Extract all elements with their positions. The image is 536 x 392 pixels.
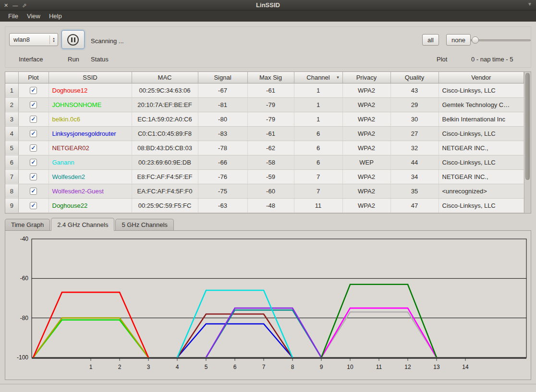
mac-cell: 00:25:9C:34:63:06 [132, 83, 198, 97]
plot-checkbox[interactable]: ✓ [30, 130, 37, 137]
scrollbar-thumb[interactable] [525, 73, 530, 180]
x-tick-label: 13 [433, 364, 440, 370]
column-header-privacy[interactable]: Privacy [342, 72, 390, 83]
row-number[interactable]: 1 [5, 83, 18, 97]
ssid-cell: Doghouse12 [49, 83, 132, 97]
x-tick-label: 6 [233, 364, 237, 370]
row-number[interactable]: 5 [5, 141, 18, 155]
vendor-cell: Cisco-Linksys, LLC [439, 83, 524, 97]
plot-cell: ✓ [18, 97, 49, 112]
vendor-cell: Belkin International Inc [439, 112, 524, 126]
table-row[interactable]: 3✓belkin.0c6EC:1A:59:02:A0:C6-80-791WPA2… [5, 112, 524, 126]
plot-checkbox[interactable]: ✓ [30, 116, 37, 123]
close-icon[interactable]: ✕ [4, 3, 8, 8]
vendor-cell: <unrecognized> [439, 184, 524, 198]
row-number[interactable]: 3 [5, 112, 18, 126]
privacy-cell: WEP [342, 155, 390, 169]
network-table: PlotSSIDMACSignalMax SigChannel▼PrivacyQ… [5, 71, 531, 214]
menu-item-view[interactable]: View [23, 11, 45, 21]
y-tick-label: -100 [17, 354, 28, 361]
table-row[interactable]: 4✓LinksysjonesgoldrouterC0:C1:C0:45:89:F… [5, 126, 524, 141]
row-number[interactable]: 9 [5, 198, 18, 213]
tab-5-ghz-channels[interactable]: 5 GHz Channels [115, 219, 173, 230]
table-row[interactable]: 6✓Ganann00:23:69:60:9E:DB-66-586WEP44Cis… [5, 155, 524, 169]
column-header-vendor[interactable]: Vendor [439, 72, 524, 83]
column-header-quality[interactable]: Quality [390, 72, 439, 83]
plot-all-button[interactable]: all [422, 34, 439, 46]
nap-time-slider[interactable] [470, 36, 531, 45]
run-pause-button[interactable] [61, 30, 85, 49]
table-row[interactable]: 9✓Doghouse2200:25:9C:59:F5:FC-63-4811WPA… [5, 198, 524, 213]
quality-cell: 43 [390, 83, 439, 97]
plot-checkbox[interactable]: ✓ [30, 87, 37, 94]
signal-cell: -81 [198, 97, 247, 112]
mac-cell: E8:FC:AF:F4:5F:EF [132, 169, 198, 184]
x-tick-label: 11 [376, 364, 382, 370]
menu-item-file[interactable]: File [4, 11, 23, 21]
interface-select[interactable]: wlan8 ▲▼ [9, 33, 58, 46]
tab-bar: Time Graph2.4 GHz Channels5 GHz Channels [5, 217, 531, 230]
column-header-ssid[interactable]: SSID [49, 72, 132, 83]
ssid-cell: Linksysjonesgoldrouter [49, 126, 132, 141]
x-tick-label: 5 [205, 364, 208, 370]
max-sig-cell: -79 [247, 112, 294, 126]
column-header-signal[interactable]: Signal [198, 72, 247, 83]
plot-checkbox[interactable]: ✓ [30, 188, 37, 195]
row-number[interactable]: 6 [5, 155, 18, 169]
x-tick-label: 12 [404, 364, 411, 370]
row-number[interactable]: 4 [5, 126, 18, 141]
column-header-max-sig[interactable]: Max Sig [247, 72, 294, 83]
quality-cell: 27 [390, 126, 439, 141]
row-number[interactable]: 2 [5, 97, 18, 112]
plot-cell: ✓ [18, 155, 49, 169]
column-header-plot[interactable]: Plot [18, 72, 49, 83]
column-header-channel[interactable]: Channel▼ [294, 72, 342, 83]
plot-checkbox[interactable]: ✓ [30, 202, 37, 209]
ssid-cell: Wolfesden2-Guest [49, 184, 132, 198]
x-tick-label: 14 [462, 364, 469, 370]
row-number[interactable]: 8 [5, 184, 18, 198]
plot-checkbox[interactable]: ✓ [30, 159, 37, 166]
vertical-scrollbar[interactable] [524, 72, 531, 213]
mac-cell: 20:10:7A:EF:BE:EF [132, 97, 198, 112]
row-number[interactable]: 7 [5, 169, 18, 184]
table-row[interactable]: 2✓JOHNSONHOME20:10:7A:EF:BE:EF-81-791WPA… [5, 97, 524, 112]
ssid-cell: Ganann [49, 155, 132, 169]
table-row[interactable]: 1✓Doghouse1200:25:9C:34:63:06-67-611WPA2… [5, 83, 524, 97]
signal-cell: -75 [198, 184, 247, 198]
titlebar[interactable]: ✕ — ⬀ LinSSID ▼ [0, 0, 536, 11]
ssid-cell: belkin.0c6 [49, 112, 132, 126]
max-sig-cell: -79 [247, 97, 294, 112]
plot-checkbox[interactable]: ✓ [30, 101, 37, 108]
mac-cell: 08:BD:43:D5:CB:03 [132, 141, 198, 155]
chevron-down-icon[interactable]: ▼ [527, 1, 532, 7]
x-tick-label: 10 [347, 364, 353, 370]
privacy-cell: WPA2 [342, 169, 390, 184]
quality-cell: 29 [390, 97, 439, 112]
x-tick-label: 3 [147, 364, 150, 370]
column-header-mac[interactable]: MAC [132, 72, 198, 83]
window-title: LinSSID [0, 1, 536, 9]
table-row[interactable]: 5✓NETGEAR0208:BD:43:D5:CB:03-78-626WPA23… [5, 141, 524, 155]
column-header-label: Plot [28, 74, 38, 81]
plot-checkbox[interactable]: ✓ [30, 173, 37, 180]
table-row[interactable]: 7✓Wolfesden2E8:FC:AF:F4:5F:EF-76-597WPA2… [5, 169, 524, 184]
menu-item-help[interactable]: Help [45, 11, 66, 21]
privacy-cell: WPA2 [342, 112, 390, 126]
column-header-label: Channel [306, 74, 329, 81]
channel-chart-panel: -40-60-80-1001234567891011121314 [5, 230, 531, 380]
minimize-icon[interactable]: — [12, 3, 18, 8]
spinner-arrows-icon[interactable]: ▲▼ [49, 36, 55, 44]
tab-time-graph[interactable]: Time Graph [5, 219, 50, 230]
x-tick-label: 8 [291, 364, 294, 370]
maximize-icon[interactable]: ⬀ [22, 3, 26, 8]
pause-icon [67, 34, 79, 46]
table-row[interactable]: 8✓Wolfesden2-GuestEA:FC:AF:F4:5F:F0-75-6… [5, 184, 524, 198]
slider-handle[interactable] [472, 36, 479, 44]
plot-checkbox[interactable]: ✓ [30, 144, 37, 152]
channel-cell: 11 [294, 198, 342, 213]
tab-2.4-ghz-channels[interactable]: 2.4 GHz Channels [51, 218, 114, 231]
signal-cell: -80 [198, 112, 247, 126]
table-body: 1✓Doghouse1200:25:9C:34:63:06-67-611WPA2… [5, 83, 524, 213]
plot-none-button[interactable]: none [446, 34, 471, 46]
